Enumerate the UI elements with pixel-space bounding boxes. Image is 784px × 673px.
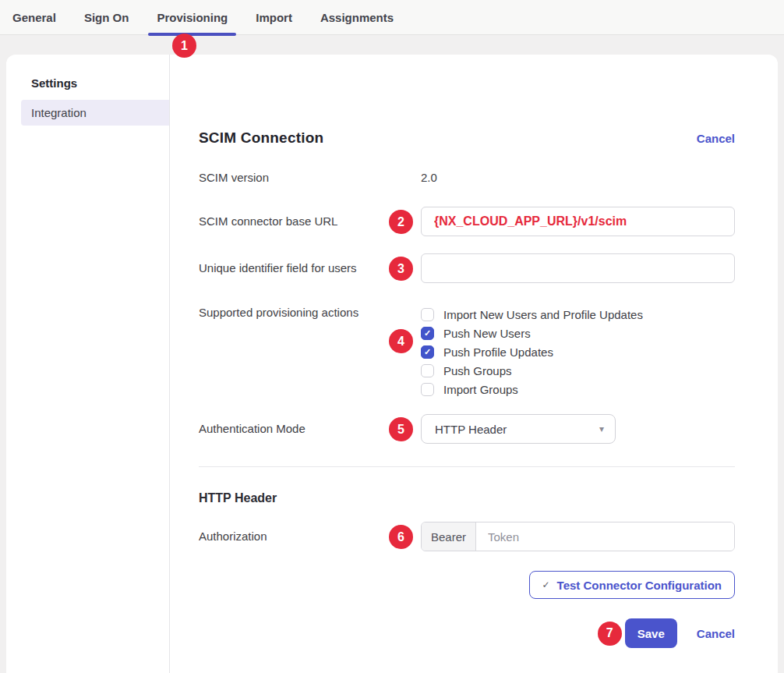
- checkbox-icon: ✓: [421, 364, 434, 377]
- checkbox-push-new-users[interactable]: ✓ Push New Users: [421, 324, 735, 342]
- sidebar-heading: Settings: [31, 76, 169, 90]
- auth-mode-label: Authentication Mode: [199, 414, 421, 435]
- test-connector-label: Test Connector Configuration: [557, 579, 722, 592]
- checkbox-label: Push Profile Updates: [443, 345, 553, 359]
- cancel-link-top[interactable]: Cancel: [697, 132, 735, 145]
- checkbox-import-groups[interactable]: ✓ Import Groups: [421, 380, 735, 398]
- base-url-input[interactable]: [421, 207, 735, 236]
- check-icon: ✓: [542, 579, 550, 590]
- checkbox-push-profile-updates[interactable]: ✓ Push Profile Updates: [421, 342, 735, 361]
- checkbox-import-new-users[interactable]: ✓ Import New Users and Profile Updates: [421, 305, 735, 324]
- annotation-badge-1: 1: [172, 34, 196, 58]
- annotation-badge-6: 6: [389, 525, 413, 549]
- tab-provisioning[interactable]: Provisioning: [148, 0, 236, 35]
- section-divider: [199, 466, 735, 467]
- bearer-prefix: Bearer: [422, 522, 476, 551]
- app-tab-bar: General Sign On Provisioning Import Assi…: [0, 0, 784, 35]
- authorization-input-group: Bearer: [421, 522, 735, 551]
- token-input[interactable]: [476, 522, 734, 551]
- base-url-row: SCIM connector base URL 2: [199, 207, 735, 236]
- checkbox-label: Push New Users: [443, 327, 531, 340]
- http-header-section-title: HTTP Header: [199, 491, 735, 505]
- unique-identifier-row: Unique identifier field for users 3: [199, 253, 735, 283]
- annotation-badge-7: 7: [598, 622, 622, 646]
- sidebar-item-integration[interactable]: Integration: [21, 100, 169, 126]
- checkbox-icon: ✓: [421, 327, 434, 340]
- unique-identifier-input[interactable]: [421, 253, 735, 283]
- checkbox-icon: ✓: [421, 308, 434, 321]
- checkbox-label: Import Groups: [443, 383, 518, 396]
- annotation-badge-3: 3: [389, 257, 413, 281]
- settings-sidebar: Settings Integration: [6, 55, 170, 673]
- checkbox-icon: ✓: [421, 383, 434, 396]
- page-title: SCIM Connection: [199, 129, 323, 147]
- annotation-badge-4: 4: [389, 329, 413, 353]
- tab-import[interactable]: Import: [247, 0, 301, 35]
- tab-assignments[interactable]: Assignments: [312, 0, 402, 35]
- tab-general[interactable]: General: [4, 0, 65, 35]
- base-url-label: SCIM connector base URL: [199, 207, 421, 228]
- tab-sign-on[interactable]: Sign On: [76, 0, 138, 35]
- checkbox-label: Import New Users and Profile Updates: [443, 308, 643, 321]
- authorization-label: Authorization: [199, 522, 421, 543]
- scim-version-row: SCIM version 2.0: [199, 171, 735, 188]
- checkbox-push-groups[interactable]: ✓ Push Groups: [421, 361, 735, 380]
- authentication-mode-select[interactable]: HTTP Header ▾: [421, 414, 616, 444]
- provisioning-actions-row: Supported provisioning actions 4 ✓ Impor…: [199, 305, 735, 398]
- scim-connection-form: SCIM Connection Cancel SCIM version 2.0 …: [170, 55, 778, 673]
- selected-auth-mode: HTTP Header: [435, 423, 599, 436]
- checkbox-icon: ✓: [421, 345, 434, 359]
- chevron-down-icon: ▾: [599, 423, 604, 434]
- save-button[interactable]: Save: [625, 618, 677, 648]
- provisioning-card: Settings Integration SCIM Connection Can…: [6, 55, 778, 673]
- cancel-link-bottom[interactable]: Cancel: [697, 627, 735, 640]
- annotation-badge-5: 5: [389, 417, 413, 441]
- auth-mode-row: Authentication Mode 5 HTTP Header ▾: [199, 414, 735, 444]
- provisioning-actions-label: Supported provisioning actions: [199, 305, 421, 319]
- test-connector-configuration-button[interactable]: ✓ Test Connector Configuration: [529, 571, 735, 599]
- annotation-badge-2: 2: [389, 210, 413, 234]
- checkbox-label: Push Groups: [443, 364, 512, 377]
- unique-identifier-label: Unique identifier field for users: [199, 253, 421, 275]
- scim-version-label: SCIM version: [199, 171, 421, 184]
- authorization-row: Authorization 6 Bearer: [199, 522, 735, 551]
- scim-version-value: 2.0: [421, 171, 735, 184]
